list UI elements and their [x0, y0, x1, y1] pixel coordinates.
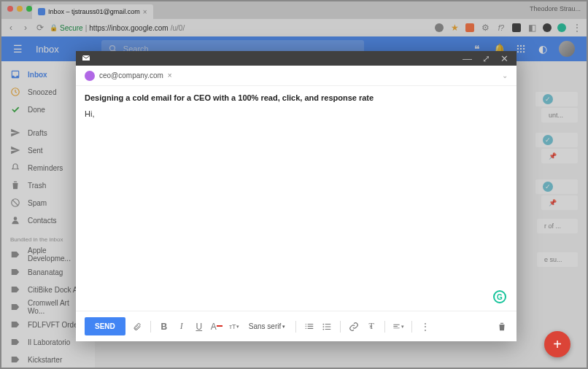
inbox-icon	[10, 69, 20, 79]
chevron-down-icon[interactable]: ⌄	[502, 71, 508, 79]
ext-icon[interactable]	[557, 23, 566, 32]
svg-point-9	[520, 51, 522, 53]
profile-name[interactable]: Theodore Strau...	[530, 5, 581, 12]
svg-point-17	[323, 328, 325, 330]
label-icon	[10, 267, 20, 277]
close-icon[interactable]: ✕	[498, 54, 511, 63]
svg-point-15	[323, 323, 325, 325]
extension-icons: ★ ⚙ f? ◧ ⋮	[435, 23, 582, 33]
secure-label: Secure	[60, 24, 83, 32]
bold-icon[interactable]: B	[158, 321, 170, 333]
font-family-button[interactable]: Sans serif ▾	[246, 322, 288, 330]
svg-point-14	[14, 217, 18, 220]
sidebar-label: Snoozed	[28, 88, 56, 96]
compose-header: — ⤢ ✕	[76, 51, 517, 66]
close-window-button[interactable]	[7, 6, 13, 12]
sidebar-label: Contacts	[28, 217, 56, 225]
svg-point-8	[517, 51, 519, 53]
grammarly-icon[interactable]: G	[493, 290, 506, 303]
label-icon	[10, 354, 20, 365]
inbox-item[interactable]: ✓	[535, 92, 578, 106]
trash-icon	[10, 180, 20, 190]
bundle-label: Bananatag	[28, 268, 63, 276]
sidebar-label: Inbox	[28, 71, 47, 79]
app-title: Inbox	[36, 44, 59, 55]
inbox-item[interactable]: ✓	[535, 179, 578, 194]
to-field[interactable]: ceo@company.com × ⌄	[76, 66, 517, 86]
underline-icon[interactable]: U	[193, 321, 205, 333]
recipient-email: ceo@company.com	[99, 71, 163, 79]
send-button[interactable]: SEND	[85, 317, 125, 335]
inbox-item[interactable]: 📌	[541, 149, 578, 163]
pin-icon: 📌	[549, 199, 557, 206]
compose-fab[interactable]: +	[544, 331, 570, 357]
inbox-item[interactable]: ✓	[535, 133, 578, 147]
remove-recipient-icon[interactable]: ×	[168, 71, 172, 79]
link-icon[interactable]	[348, 321, 360, 333]
discard-icon[interactable]	[496, 321, 508, 333]
url-host: https://inbox.google.com	[89, 24, 168, 32]
text-color-icon[interactable]: A	[211, 321, 223, 333]
bullet-list-icon[interactable]	[321, 321, 333, 333]
sidebar-bundle[interactable]: Kickstarter	[1, 351, 95, 368]
numbered-list-icon[interactable]	[303, 321, 315, 333]
ext-icon[interactable]	[435, 23, 444, 32]
text-size-icon[interactable]: тТ ▾	[228, 321, 240, 333]
tab-close-icon[interactable]: ×	[143, 8, 147, 16]
inbox-item[interactable]: unt...	[541, 108, 578, 123]
reminder-icon	[10, 163, 20, 173]
hamburger-icon[interactable]: ☰	[13, 43, 23, 55]
more-icon[interactable]: ⋮	[419, 321, 431, 333]
attach-icon[interactable]	[131, 321, 143, 333]
compose-window: — ⤢ ✕ ceo@company.com × ⌄ Designing a co…	[76, 51, 517, 341]
clock-icon	[10, 87, 20, 97]
svg-point-10	[523, 51, 525, 53]
svg-point-5	[517, 48, 519, 50]
svg-point-16	[323, 326, 325, 327]
favicon-icon	[38, 8, 45, 15]
svg-point-0	[109, 46, 115, 51]
spam-icon	[10, 198, 20, 208]
ext-icon[interactable]: ⚙	[480, 23, 490, 33]
strikethrough-icon[interactable]: T×	[365, 321, 377, 333]
forward-button[interactable]: ›	[20, 23, 31, 33]
help-icon[interactable]: ◐	[537, 43, 549, 55]
check-badge-icon: ✓	[543, 94, 553, 104]
reload-button[interactable]: ⟳	[35, 23, 45, 33]
label-icon	[10, 319, 20, 330]
label-icon	[10, 284, 20, 295]
ext-icon[interactable]: ★	[449, 23, 460, 33]
ext-icon[interactable]	[465, 23, 474, 32]
inbox-item[interactable]: r of ...	[537, 219, 578, 233]
snippet: unt...	[549, 112, 563, 119]
avatar[interactable]	[559, 41, 575, 57]
label-icon	[10, 337, 20, 347]
ext-icon[interactable]	[543, 23, 552, 32]
minimize-icon[interactable]: —	[460, 54, 474, 63]
inbox-item[interactable]: 📌	[541, 195, 578, 210]
expand-icon[interactable]: ⤢	[480, 54, 492, 63]
maximize-window-button[interactable]	[26, 6, 32, 12]
label-icon	[10, 249, 20, 260]
subject-field[interactable]: Designing a cold email for a CEO with a …	[76, 86, 517, 109]
url-field[interactable]: 🔒 Secure | https://inbox.google.com/u/0/	[50, 24, 185, 32]
inbox-item[interactable]: e su...	[537, 252, 578, 267]
svg-point-7	[523, 48, 525, 50]
snippet: r of ...	[544, 222, 561, 230]
compose-toolbar: SEND B I U A тТ ▾ Sans serif ▾ T× ▾ ⋮	[76, 311, 517, 341]
ext-icon[interactable]: f?	[496, 23, 506, 33]
svg-point-2	[517, 45, 519, 47]
italic-icon[interactable]: I	[176, 321, 187, 333]
browser-tab[interactable]: Inbox – tjstrauss01@gmail.com ×	[32, 4, 153, 19]
minimize-window-button[interactable]	[17, 6, 23, 12]
tab-strip: Inbox – tjstrauss01@gmail.com ×	[1, 1, 587, 19]
ext-icon[interactable]	[512, 23, 521, 32]
browser-menu-icon[interactable]: ⋮	[572, 23, 582, 33]
window-controls	[7, 6, 32, 12]
align-icon[interactable]: ▾	[392, 321, 404, 333]
back-button[interactable]: ‹	[6, 23, 16, 33]
compose-body[interactable]: Hi, G	[76, 109, 517, 311]
apps-grid-icon[interactable]	[515, 43, 527, 55]
ext-icon[interactable]: ◧	[527, 23, 537, 33]
sidebar-label: Spam	[28, 199, 47, 207]
